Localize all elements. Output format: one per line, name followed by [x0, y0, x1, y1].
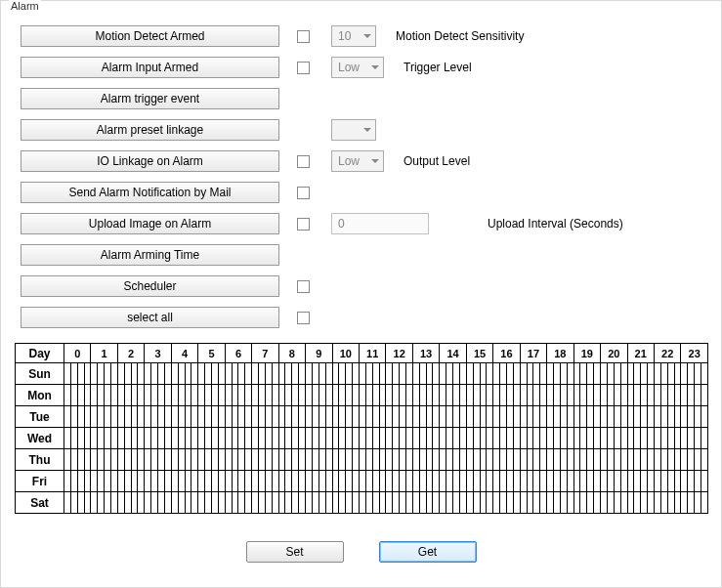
alarm-preset-linkage-button[interactable]: Alarm preset linkage — [21, 119, 279, 141]
schedule-cell[interactable] — [412, 449, 439, 471]
schedule-cell[interactable] — [440, 471, 466, 492]
schedule-cell[interactable] — [573, 428, 600, 449]
schedule-cell[interactable] — [332, 428, 359, 449]
schedule-cell[interactable] — [440, 428, 466, 449]
schedule-cell[interactable] — [117, 492, 144, 514]
schedule-cell[interactable] — [64, 471, 91, 492]
schedule-cell[interactable] — [601, 363, 627, 385]
schedule-cell[interactable] — [117, 449, 144, 471]
schedule-cell[interactable] — [225, 406, 251, 428]
schedule-cell[interactable] — [306, 449, 332, 471]
upload-image-checkbox[interactable] — [297, 218, 310, 231]
schedule-cell[interactable] — [440, 449, 466, 471]
schedule-cell[interactable] — [440, 363, 466, 385]
schedule-cell[interactable] — [198, 385, 225, 406]
schedule-cell[interactable] — [412, 471, 439, 492]
schedule-cell[interactable] — [117, 406, 144, 428]
schedule-cell[interactable] — [198, 449, 225, 471]
select-all-button[interactable]: select all — [21, 307, 279, 328]
schedule-cell[interactable] — [627, 471, 654, 492]
schedule-cell[interactable] — [520, 449, 546, 471]
alarm-arming-time-button[interactable]: Alarm Arming Time — [21, 244, 279, 266]
schedule-cell[interactable] — [117, 385, 144, 406]
schedule-cell[interactable] — [681, 449, 708, 471]
schedule-cell[interactable] — [493, 471, 520, 492]
schedule-cell[interactable] — [252, 385, 278, 406]
schedule-table[interactable]: Day0123456789101112131415161718192021222… — [15, 343, 708, 514]
schedule-cell[interactable] — [547, 406, 573, 428]
schedule-cell[interactable] — [225, 363, 251, 385]
schedule-cell[interactable] — [440, 385, 466, 406]
schedule-cell[interactable] — [412, 492, 439, 514]
schedule-cell[interactable] — [547, 363, 573, 385]
schedule-cell[interactable] — [654, 471, 680, 492]
schedule-cell[interactable] — [225, 385, 251, 406]
schedule-cell[interactable] — [359, 492, 385, 514]
schedule-cell[interactable] — [278, 471, 305, 492]
schedule-cell[interactable] — [64, 428, 91, 449]
schedule-cell[interactable] — [91, 406, 117, 428]
schedule-cell[interactable] — [573, 385, 600, 406]
schedule-cell[interactable] — [171, 363, 197, 385]
schedule-cell[interactable] — [386, 492, 412, 514]
schedule-cell[interactable] — [654, 492, 680, 514]
schedule-cell[interactable] — [681, 406, 708, 428]
output-level-select[interactable]: Low — [331, 150, 384, 172]
schedule-cell[interactable] — [225, 428, 251, 449]
schedule-cell[interactable] — [278, 449, 305, 471]
schedule-cell[interactable] — [440, 406, 466, 428]
trigger-level-select[interactable]: Low — [331, 57, 384, 78]
schedule-cell[interactable] — [440, 492, 466, 514]
schedule-cell[interactable] — [359, 471, 385, 492]
schedule-cell[interactable] — [681, 471, 708, 492]
schedule-cell[interactable] — [466, 385, 492, 406]
schedule-cell[interactable] — [332, 385, 359, 406]
schedule-cell[interactable] — [601, 428, 627, 449]
schedule-cell[interactable] — [681, 428, 708, 449]
schedule-cell[interactable] — [547, 385, 573, 406]
schedule-cell[interactable] — [520, 428, 546, 449]
schedule-cell[interactable] — [520, 406, 546, 428]
schedule-cell[interactable] — [573, 492, 600, 514]
alarm-input-armed-button[interactable]: Alarm Input Armed — [21, 57, 279, 78]
schedule-cell[interactable] — [601, 471, 627, 492]
schedule-cell[interactable] — [252, 363, 278, 385]
schedule-cell[interactable] — [627, 385, 654, 406]
schedule-cell[interactable] — [64, 363, 91, 385]
schedule-cell[interactable] — [252, 428, 278, 449]
schedule-cell[interactable] — [306, 428, 332, 449]
schedule-cell[interactable] — [64, 385, 91, 406]
schedule-cell[interactable] — [520, 492, 546, 514]
schedule-cell[interactable] — [573, 363, 600, 385]
schedule-cell[interactable] — [493, 385, 520, 406]
schedule-cell[interactable] — [466, 406, 492, 428]
schedule-cell[interactable] — [493, 363, 520, 385]
schedule-cell[interactable] — [306, 492, 332, 514]
schedule-cell[interactable] — [252, 492, 278, 514]
schedule-cell[interactable] — [520, 471, 546, 492]
schedule-cell[interactable] — [91, 492, 117, 514]
schedule-cell[interactable] — [654, 428, 680, 449]
schedule-cell[interactable] — [627, 449, 654, 471]
schedule-cell[interactable] — [359, 385, 385, 406]
schedule-cell[interactable] — [198, 406, 225, 428]
schedule-cell[interactable] — [198, 492, 225, 514]
schedule-cell[interactable] — [627, 428, 654, 449]
schedule-cell[interactable] — [171, 449, 197, 471]
schedule-cell[interactable] — [278, 492, 305, 514]
schedule-cell[interactable] — [198, 428, 225, 449]
schedule-cell[interactable] — [306, 406, 332, 428]
schedule-cell[interactable] — [64, 406, 91, 428]
schedule-cell[interactable] — [306, 385, 332, 406]
schedule-cell[interactable] — [306, 363, 332, 385]
schedule-cell[interactable] — [466, 449, 492, 471]
schedule-cell[interactable] — [171, 492, 197, 514]
schedule-cell[interactable] — [386, 449, 412, 471]
schedule-cell[interactable] — [681, 363, 708, 385]
schedule-cell[interactable] — [627, 406, 654, 428]
scheduler-checkbox[interactable] — [297, 280, 310, 293]
schedule-cell[interactable] — [493, 449, 520, 471]
schedule-cell[interactable] — [171, 428, 197, 449]
schedule-cell[interactable] — [91, 363, 117, 385]
schedule-cell[interactable] — [386, 471, 412, 492]
